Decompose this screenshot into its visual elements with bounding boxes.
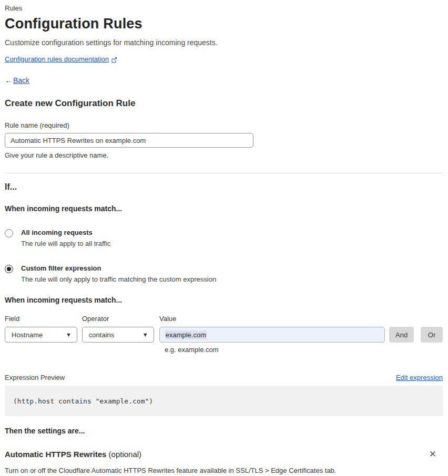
radio-description: The rule will apply to all traffic (21, 240, 110, 247)
expression-preview-row: Expression Preview Edit expression (5, 374, 443, 381)
radio-label: All incoming requests (21, 229, 110, 236)
documentation-link-row: Configuration rules documentation (5, 55, 443, 63)
create-rule-heading: Create new Configuration Rule (5, 98, 443, 109)
then-settings-heading: Then the settings are... (5, 427, 443, 435)
expression-preview-box: (http.host contains "example.com") (5, 386, 443, 416)
expression-preview-label: Expression Preview (5, 374, 65, 381)
field-select[interactable]: Hostname ▼ (5, 327, 77, 343)
setting-title: Automatic HTTPS Rewrites (optional) (5, 450, 141, 459)
setting-optional-tag: (optional) (109, 450, 142, 459)
radio-description: The rule will only apply to traffic matc… (21, 275, 216, 283)
builder-heading: When incoming requests match... (5, 296, 443, 304)
or-button[interactable]: Or (421, 327, 443, 343)
radio-option-all-incoming-requests[interactable]: All incoming requests The rule will appl… (5, 229, 443, 247)
page-title: Configuration Rules (5, 16, 443, 32)
rule-name-input[interactable] (5, 133, 253, 148)
back-arrow-icon: ← (5, 76, 13, 85)
operator-select-value: contains (89, 331, 114, 339)
setting-name: Automatic HTTPS Rewrites (5, 450, 106, 459)
expression-code: (http.host contains "example.com") (13, 397, 153, 405)
external-link-icon (111, 57, 117, 63)
value-input[interactable]: example.com (159, 327, 385, 343)
builder-column-labels: Field Operator Value (5, 315, 443, 323)
back-row: ← Back (5, 76, 443, 85)
value-column-label: Value (159, 315, 385, 323)
rule-name-label: Rule name (required) (5, 121, 443, 129)
when-match-heading: When incoming requests match... (5, 204, 443, 213)
expression-builder-row: Hostname ▼ contains ▼ example.com And Or (5, 327, 443, 343)
section-divider (5, 173, 443, 173)
field-column-label: Field (5, 315, 82, 323)
operator-column-label: Operator (82, 315, 159, 323)
field-select-value: Hostname (12, 331, 43, 339)
documentation-link[interactable]: Configuration rules documentation (5, 55, 109, 63)
close-icon[interactable]: ✕ (427, 449, 439, 460)
if-heading: If... (5, 182, 443, 192)
rule-name-helper: Give your rule a descriptive name. (5, 151, 443, 159)
page-subtitle: Customize configuration settings for mat… (5, 38, 443, 47)
operator-select[interactable]: contains ▼ (82, 327, 154, 343)
value-input-text: example.com (165, 330, 207, 339)
setting-header-row: Automatic HTTPS Rewrites (optional) ✕ (5, 449, 443, 460)
value-hint: e.g. example.com (165, 346, 443, 354)
radio-option-custom-filter-expression[interactable]: Custom filter expression The rule will o… (5, 264, 443, 283)
edit-expression-link[interactable]: Edit expression (396, 374, 443, 381)
chevron-down-icon: ▼ (66, 332, 72, 338)
radio-selected-icon[interactable] (5, 265, 13, 273)
radio-label: Custom filter expression (21, 264, 216, 272)
configuration-rules-page: Rules Configuration Rules Customize conf… (0, 0, 448, 476)
breadcrumb: Rules (5, 4, 443, 12)
and-button[interactable]: And (389, 327, 414, 343)
radio-unselected-icon[interactable] (5, 229, 13, 237)
chevron-down-icon: ▼ (142, 332, 148, 338)
back-link[interactable]: Back (13, 76, 29, 85)
setting-description: Turn on or off the Cloudflare Automatic … (5, 467, 443, 474)
